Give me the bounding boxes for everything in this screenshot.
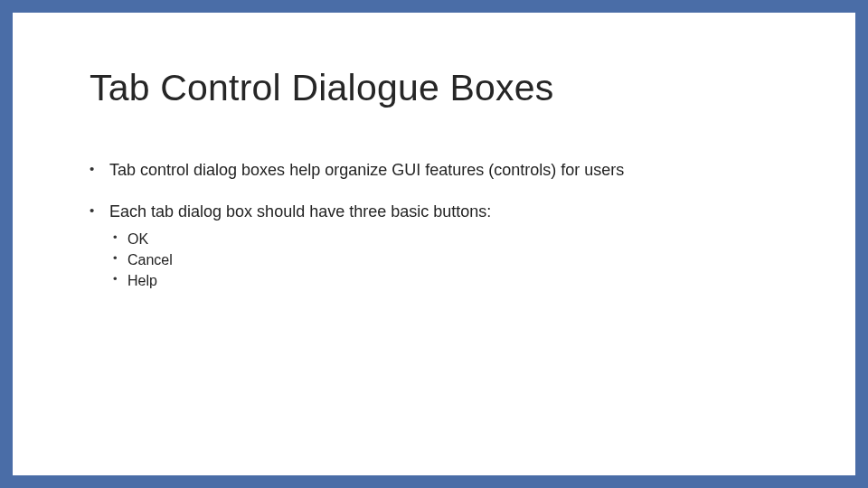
sub-bullet-text: OK <box>127 231 148 247</box>
slide-frame: Tab Control Dialogue Boxes Tab control d… <box>0 0 868 488</box>
sub-bullet-text: Cancel <box>127 252 173 267</box>
sub-bullet-item: Help <box>109 270 792 291</box>
main-bullet-list: Tab control dialog boxes help organize G… <box>90 159 792 291</box>
slide-title: Tab Control Dialogue Boxes <box>90 67 792 109</box>
sub-bullet-item: Cancel <box>109 249 792 270</box>
sub-bullet-item: OK <box>109 229 792 249</box>
bullet-text: Each tab dialog box should have three ba… <box>109 202 491 221</box>
sub-bullet-list: OK Cancel Help <box>109 229 792 292</box>
slide-content: Tab Control Dialogue Boxes Tab control d… <box>13 13 855 291</box>
bullet-text: Tab control dialog boxes help organize G… <box>109 161 624 179</box>
sub-bullet-text: Help <box>127 273 157 288</box>
bullet-item: Each tab dialog box should have three ba… <box>90 201 792 291</box>
bullet-item: Tab control dialog boxes help organize G… <box>90 159 792 181</box>
